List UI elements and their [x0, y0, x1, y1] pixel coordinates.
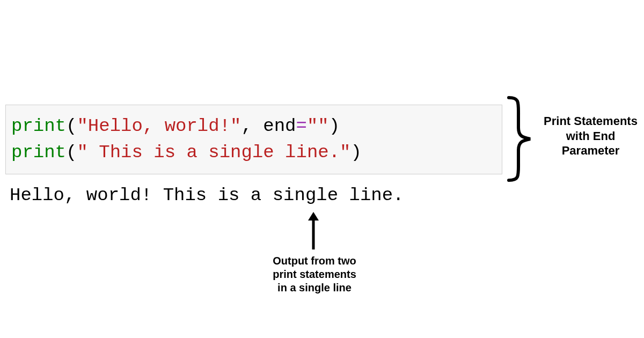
code-line-1: print("Hello, world!", end="")	[11, 113, 496, 139]
svg-marker-1	[308, 212, 319, 221]
arrow-annotation-label: Output from two print statements in a si…	[268, 254, 361, 295]
code-block: print("Hello, world!", end="") print(" T…	[5, 105, 502, 174]
code-line-2: print(" This is a single line.")	[11, 139, 496, 166]
code-token-string: " This is a single line."	[77, 142, 350, 163]
arrow-icon	[308, 212, 319, 251]
code-token-paren-open: (	[66, 142, 77, 163]
output-text: Hello, world! This is a single line.	[10, 185, 404, 205]
code-token-eq: =	[296, 116, 307, 136]
code-token-paren-open: (	[66, 116, 77, 136]
code-token-func: print	[11, 142, 66, 163]
code-token-paren-close: )	[351, 142, 362, 163]
brace-icon	[504, 95, 537, 182]
code-token-space	[252, 116, 263, 136]
code-token-arg: end	[263, 116, 296, 136]
code-token-comma: ,	[241, 116, 252, 136]
code-token-string: "Hello, world!"	[77, 116, 241, 136]
code-token-paren-close: )	[329, 116, 340, 136]
code-token-func: print	[11, 116, 66, 136]
brace-annotation-label: Print Statements with End Parameter	[541, 114, 640, 158]
code-token-string: ""	[307, 116, 329, 136]
